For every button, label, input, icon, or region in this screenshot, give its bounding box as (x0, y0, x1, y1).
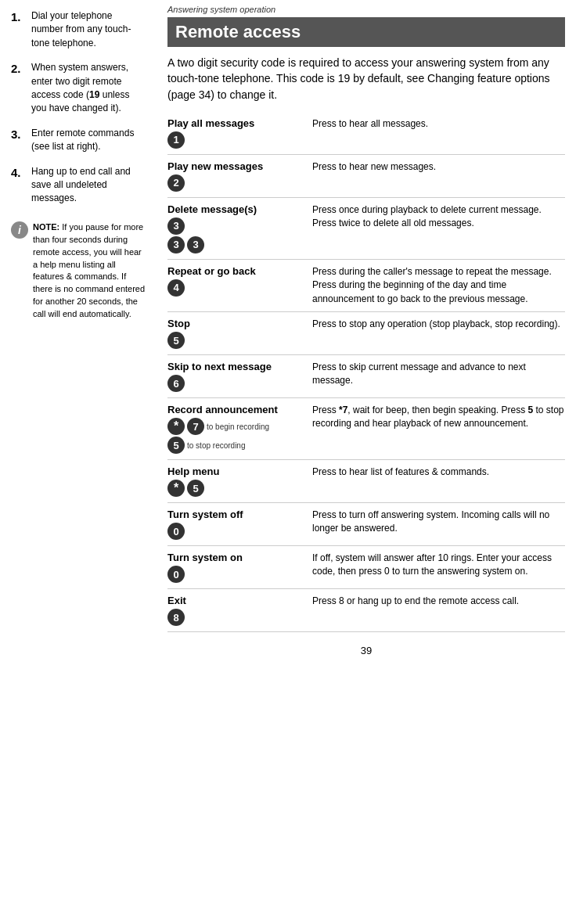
info-icon: i (11, 221, 28, 239)
command-row: Help menu*5Press to hear list of feature… (167, 460, 565, 503)
step-4: 4. Hang up to end call and save all unde… (11, 165, 146, 206)
key-row: 6 (167, 375, 306, 392)
note-box: i NOTE: If you pause for more than four … (11, 221, 146, 322)
command-table: Play all messages1Press to hear all mess… (167, 112, 565, 632)
cmd-description: Press to turn off answering system. Inco… (312, 509, 565, 540)
step-1: 1. Dial your telephone number from any t… (11, 9, 146, 50)
page-number: 39 (167, 645, 565, 656)
cmd-name: Play new messages (167, 160, 306, 172)
command-row: Turn system off0Press to turn off answer… (167, 503, 565, 546)
key-label: to stop recording (187, 441, 246, 450)
key-row: *7to begin recording (167, 418, 306, 435)
cmd-description: Press to hear all messages. (312, 117, 565, 149)
cmd-left: Play all messages1 (167, 117, 312, 149)
cmd-description: Press once during playback to delete cur… (312, 203, 565, 253)
key-row: 0 (167, 566, 306, 583)
command-row: Record announcement*7to begin recording5… (167, 398, 565, 460)
cmd-left: Record announcement*7to begin recording5… (167, 404, 312, 454)
cmd-description: Press during the caller's message to rep… (312, 265, 565, 306)
step-1-text: Dial your telephone number from any touc… (31, 9, 146, 50)
key-button: * (167, 418, 185, 435)
section-title: Remote access (167, 17, 565, 47)
command-row: Delete message(s)333Press once during pl… (167, 198, 565, 260)
key-row: 33 (167, 236, 306, 253)
cmd-description: Press 8 or hang up to end the remote acc… (312, 595, 565, 626)
key-row: 5to stop recording (167, 437, 306, 454)
cmd-name: Turn system off (167, 509, 306, 520)
key-button: 2 (167, 174, 185, 192)
command-row: Skip to next message6Press to skip curre… (167, 355, 565, 398)
cmd-left: Repeat or go back4 (167, 265, 312, 306)
key-row: 2 (167, 174, 306, 192)
key-button: 6 (167, 375, 185, 392)
key-label: to begin recording (207, 422, 269, 431)
cmd-description: Press to hear new messages. (312, 160, 565, 192)
cmd-description: Press to skip current message and advanc… (312, 361, 565, 392)
right-panel: Answering system operation Remote access… (157, 0, 576, 924)
key-button: 3 (167, 236, 185, 253)
key-row: 1 (167, 131, 306, 149)
key-button: 3 (167, 218, 185, 235)
command-row: Play all messages1Press to hear all mess… (167, 112, 565, 155)
key-row: 8 (167, 609, 306, 626)
left-panel: 1. Dial your telephone number from any t… (0, 0, 157, 924)
step-2: 2. When system answers, enter two digit … (11, 61, 146, 116)
page-header: Answering system operation (167, 5, 565, 14)
key-button: * (167, 480, 185, 497)
cmd-name: Play all messages (167, 117, 306, 129)
key-button: 3 (187, 236, 204, 253)
note-text: NOTE: If you pause for more than four se… (33, 221, 146, 322)
cmd-left: Play new messages2 (167, 160, 312, 192)
step-2-text: When system answers, enter two digit rem… (31, 61, 146, 116)
step-1-number: 1. (11, 9, 28, 50)
cmd-left: Delete message(s)333 (167, 203, 312, 253)
key-button: 4 (167, 279, 185, 297)
key-button: 0 (167, 523, 185, 540)
step-3: 3. Enter remote commands (see list at ri… (11, 127, 146, 154)
cmd-left: Stop5 (167, 318, 312, 349)
command-row: Exit8Press 8 or hang up to end the remot… (167, 589, 565, 632)
key-row: 3 (167, 218, 306, 235)
key-button: 5 (167, 437, 185, 454)
cmd-description: If off, system will answer after 10 ring… (312, 552, 565, 583)
step-2-number: 2. (11, 61, 28, 116)
cmd-name: Help menu (167, 466, 306, 477)
step-4-number: 4. (11, 165, 28, 206)
command-row: Repeat or go back4Press during the calle… (167, 260, 565, 312)
cmd-name: Stop (167, 318, 306, 329)
command-row: Stop5Press to stop any operation (stop p… (167, 312, 565, 355)
key-button: 5 (187, 480, 204, 497)
cmd-left: Skip to next message6 (167, 361, 312, 392)
cmd-description: Press *7, wait for beep, then begin spea… (312, 404, 565, 454)
cmd-left: Help menu*5 (167, 466, 312, 497)
key-button: 7 (187, 418, 204, 435)
key-button: 1 (167, 131, 185, 149)
key-row: 4 (167, 279, 306, 297)
cmd-name: Turn system on (167, 552, 306, 563)
key-row: 5 (167, 332, 306, 349)
intro-text: A two digit security code is required to… (167, 55, 565, 102)
command-row: Turn system on0If off, system will answe… (167, 546, 565, 589)
cmd-name: Skip to next message (167, 361, 306, 372)
key-button: 8 (167, 609, 185, 626)
cmd-description: Press to hear list of features & command… (312, 466, 565, 497)
cmd-description: Press to stop any operation (stop playba… (312, 318, 565, 349)
cmd-left: Turn system on0 (167, 552, 312, 583)
key-button: 5 (167, 332, 185, 349)
step-4-text: Hang up to end call and save all undelet… (31, 165, 146, 206)
command-row: Play new messages2Press to hear new mess… (167, 155, 565, 198)
cmd-name: Record announcement (167, 404, 306, 415)
cmd-name: Repeat or go back (167, 265, 306, 277)
cmd-name: Exit (167, 595, 306, 606)
key-button: 0 (167, 566, 185, 583)
cmd-name: Delete message(s) (167, 203, 306, 215)
cmd-left: Exit8 (167, 595, 312, 626)
key-row: 0 (167, 523, 306, 540)
step-3-text: Enter remote commands (see list at right… (31, 127, 146, 154)
step-3-number: 3. (11, 127, 28, 154)
key-row: *5 (167, 480, 306, 497)
cmd-left: Turn system off0 (167, 509, 312, 540)
note-body: If you pause for more than four seconds … (33, 222, 145, 319)
